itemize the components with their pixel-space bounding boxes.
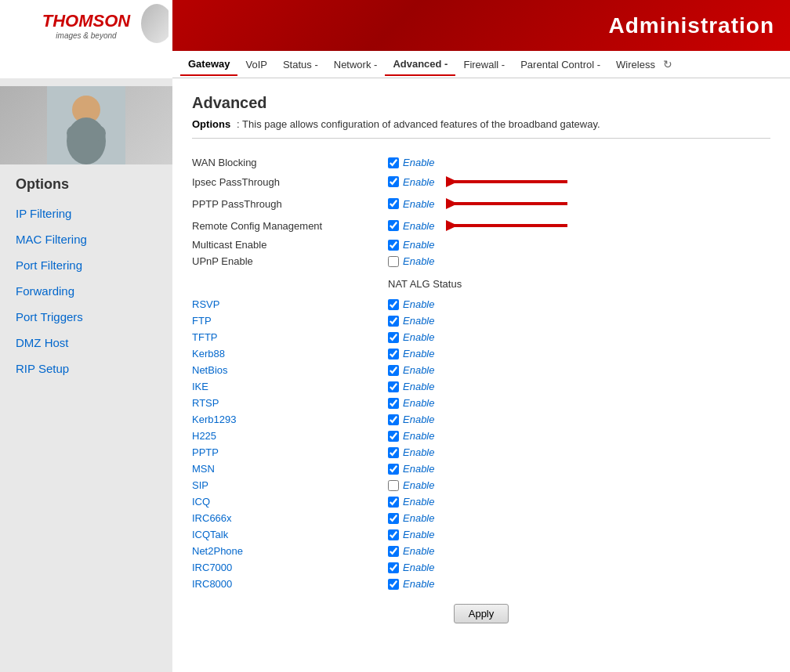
- sidebar: Options IP Filtering MAC Filtering Port …: [0, 78, 172, 672]
- remote-config-checkbox[interactable]: [388, 220, 399, 231]
- content-area: Advanced Options : This page allows conf…: [172, 78, 790, 672]
- ipsec-enable: Enable: [403, 176, 434, 188]
- apply-button[interactable]: Apply: [454, 604, 509, 623]
- net2phone-checkbox[interactable]: [388, 546, 399, 557]
- nav-wireless[interactable]: Wireless: [608, 54, 663, 75]
- irc666x-label: IRC666x: [192, 512, 388, 524]
- h225-enable: Enable: [403, 430, 434, 442]
- svg-marker-10: [446, 220, 458, 231]
- apply-button-row: Apply: [192, 604, 770, 623]
- nat-alg-heading-row: NAT ALG Status: [192, 269, 770, 296]
- sip-checkbox[interactable]: [388, 480, 399, 491]
- sidebar-item-rip-setup[interactable]: RIP Setup: [0, 356, 172, 381]
- icqtalk-enable: Enable: [403, 529, 434, 540]
- sidebar-item-ip-filtering[interactable]: IP Filtering: [0, 201, 172, 226]
- irc8000-checkbox[interactable]: [388, 579, 399, 590]
- remote-config-enable: Enable: [403, 220, 434, 232]
- sidebar-item-port-triggers[interactable]: Port Triggers: [0, 304, 172, 330]
- tftp-checkbox[interactable]: [388, 332, 399, 343]
- net2phone-control: Enable: [388, 545, 434, 557]
- setting-irc666x: IRC666x Enable: [192, 510, 770, 526]
- person-illustration: [47, 86, 125, 164]
- irc8000-control: Enable: [388, 578, 434, 590]
- options-description: : This page allows configuration of adva…: [237, 118, 600, 130]
- setting-msn: MSN Enable: [192, 461, 770, 477]
- rsvp-label: RSVP: [192, 298, 388, 310]
- nav-parental-control[interactable]: Parental Control -: [513, 54, 608, 75]
- main-container: Options IP Filtering MAC Filtering Port …: [0, 78, 790, 672]
- setting-kerb1293: Kerb1293 Enable: [192, 411, 770, 428]
- sidebar-item-dmz-host[interactable]: DMZ Host: [0, 330, 172, 356]
- sidebar-item-mac-filtering[interactable]: MAC Filtering: [0, 226, 172, 252]
- page-header-title: Administration: [608, 13, 774, 38]
- pptp-pass-checkbox[interactable]: [388, 198, 399, 209]
- setting-h225: H225 Enable: [192, 428, 770, 444]
- sidebar-photo: [0, 86, 172, 164]
- h225-control: Enable: [388, 430, 434, 442]
- wan-blocking-control: Enable: [388, 157, 434, 168]
- setting-net2phone: Net2Phone Enable: [192, 543, 770, 559]
- h225-checkbox[interactable]: [388, 431, 399, 442]
- ike-checkbox[interactable]: [388, 381, 399, 392]
- netbios-checkbox[interactable]: [388, 365, 399, 376]
- brand-name: THOMSON: [42, 11, 130, 31]
- kerb1293-label: Kerb1293: [192, 414, 388, 425]
- ipsec-checkbox[interactable]: [388, 176, 399, 187]
- irc666x-checkbox[interactable]: [388, 513, 399, 524]
- irc666x-control: Enable: [388, 512, 434, 524]
- msn-enable: Enable: [403, 463, 434, 475]
- icqtalk-control: Enable: [388, 529, 434, 540]
- setting-pptp: PPTP Enable: [192, 444, 770, 461]
- icqtalk-label: ICQTalk: [192, 529, 388, 540]
- ftp-control: Enable: [388, 315, 434, 327]
- pptp-checkbox[interactable]: [388, 447, 399, 458]
- nav-voip[interactable]: VoIP: [237, 54, 274, 75]
- pptp-label: PPTP: [192, 446, 388, 458]
- icq-checkbox[interactable]: [388, 497, 399, 508]
- rtsp-checkbox[interactable]: [388, 398, 399, 409]
- rtsp-control: Enable: [388, 397, 434, 409]
- netbios-enable: Enable: [403, 364, 434, 376]
- ike-enable: Enable: [403, 381, 434, 392]
- ftp-checkbox[interactable]: [388, 316, 399, 327]
- kerb1293-checkbox[interactable]: [388, 414, 399, 425]
- sidebar-menu: IP Filtering MAC Filtering Port Filterin…: [0, 201, 172, 381]
- nav-gateway[interactable]: Gateway: [180, 53, 237, 76]
- kerb88-enable: Enable: [403, 348, 434, 359]
- irc7000-label: IRC7000: [192, 562, 388, 573]
- kerb88-control: Enable: [388, 348, 434, 359]
- icq-control: Enable: [388, 496, 434, 508]
- kerb88-checkbox[interactable]: [388, 349, 399, 359]
- svg-rect-4: [67, 125, 106, 141]
- sidebar-item-port-filtering[interactable]: Port Filtering: [0, 252, 172, 278]
- page-title: Advanced: [192, 94, 770, 112]
- ipsec-control: Enable: [388, 173, 587, 190]
- settings-table: WAN Blocking Enable Ipsec PassThrough En…: [192, 154, 770, 592]
- nav-advanced[interactable]: Advanced -: [385, 53, 455, 76]
- sip-label: SIP: [192, 479, 388, 491]
- options-label: Options: [192, 118, 230, 130]
- rsvp-checkbox[interactable]: [388, 299, 399, 310]
- pptp-pass-label: PPTP PassThrough: [192, 198, 388, 210]
- setting-upnp: UPnP Enable Enable: [192, 253, 770, 269]
- nav-firewall[interactable]: Firewall -: [455, 54, 513, 75]
- ike-control: Enable: [388, 381, 434, 392]
- sidebar-options-title: Options: [0, 164, 172, 201]
- wan-blocking-enable: Enable: [403, 157, 434, 168]
- ftp-label: FTP: [192, 315, 388, 327]
- upnp-checkbox[interactable]: [388, 256, 399, 267]
- nav-network[interactable]: Network -: [326, 54, 386, 75]
- multicast-checkbox[interactable]: [388, 240, 399, 251]
- nav-status[interactable]: Status -: [275, 54, 326, 75]
- setting-multicast: Multicast Enable Enable: [192, 237, 770, 253]
- netbios-label: NetBios: [192, 364, 388, 376]
- sidebar-item-forwarding[interactable]: Forwarding: [0, 278, 172, 304]
- setting-sip: SIP Enable: [192, 477, 770, 493]
- msn-checkbox[interactable]: [388, 464, 399, 475]
- kerb1293-enable: Enable: [403, 414, 434, 425]
- setting-rsvp: RSVP Enable: [192, 296, 770, 313]
- icqtalk-checkbox[interactable]: [388, 529, 399, 540]
- wan-blocking-checkbox[interactable]: [388, 157, 399, 168]
- logo-area: THOMSON images & beyond: [0, 0, 172, 51]
- irc7000-checkbox[interactable]: [388, 562, 399, 573]
